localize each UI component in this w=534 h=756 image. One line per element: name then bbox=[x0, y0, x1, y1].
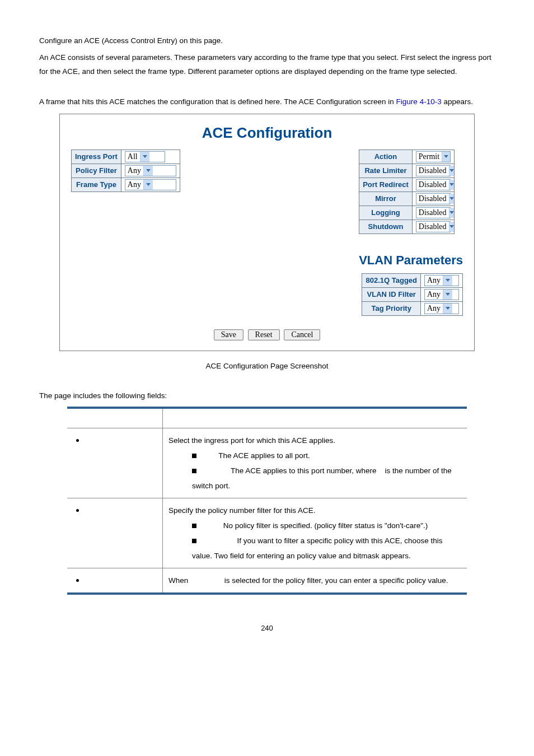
chevron-down-icon bbox=[449, 208, 454, 218]
param-label: Tag Priority bbox=[362, 301, 421, 315]
dropdown-value: Any bbox=[125, 180, 143, 190]
chevron-down-icon bbox=[449, 222, 454, 232]
square-icon bbox=[192, 454, 196, 458]
dropdown[interactable]: Any bbox=[125, 165, 176, 176]
dropdown[interactable]: Disabled bbox=[416, 165, 451, 176]
dropdown[interactable]: Disabled bbox=[416, 221, 451, 232]
dropdown-value: Any bbox=[125, 166, 143, 176]
chevron-down-icon bbox=[443, 290, 452, 300]
intro-text: An ACE consists of several parameters. T… bbox=[39, 50, 495, 79]
param-row: ShutdownDisabled bbox=[359, 220, 455, 234]
square-icon bbox=[192, 469, 196, 473]
param-row: ActionPermit bbox=[359, 150, 455, 164]
text: is selected for the policy filter, you c… bbox=[224, 576, 448, 585]
chevron-down-icon bbox=[443, 276, 452, 286]
param-row: Frame TypeAny bbox=[72, 178, 180, 192]
dropdown-value: Disabled bbox=[416, 208, 449, 218]
param-label: Mirror bbox=[359, 192, 413, 206]
param-value-cell: Disabled bbox=[412, 220, 454, 234]
ace-config-title: ACE Configuration bbox=[71, 124, 463, 142]
svg-marker-3 bbox=[444, 155, 448, 158]
dropdown-value: All bbox=[125, 152, 140, 162]
svg-marker-9 bbox=[446, 279, 450, 282]
left-params-table: Ingress PortAllPolicy FilterAnyFrame Typ… bbox=[71, 150, 180, 192]
bullet-icon bbox=[76, 439, 79, 442]
dropdown-value: Any bbox=[425, 304, 443, 314]
dropdown[interactable]: Any bbox=[424, 289, 459, 300]
chevron-down-icon bbox=[143, 180, 153, 190]
dropdown-value: Disabled bbox=[416, 194, 449, 204]
dropdown[interactable]: All bbox=[125, 151, 165, 162]
text: appears. bbox=[442, 97, 473, 106]
dropdown[interactable]: Permit bbox=[416, 151, 451, 162]
figure-link[interactable]: Figure 4-10-3 bbox=[396, 97, 442, 106]
param-value-cell: All bbox=[121, 150, 180, 164]
text: If you want to filter a specific policy … bbox=[192, 536, 442, 560]
ace-config-screenshot: ACE Configuration Ingress PortAllPolicy … bbox=[59, 114, 475, 351]
svg-marker-0 bbox=[143, 155, 147, 158]
param-label: Ingress Port bbox=[72, 150, 121, 164]
param-row: Policy FilterAny bbox=[72, 164, 180, 178]
param-row: MirrorDisabled bbox=[359, 192, 455, 206]
text: The ACE applies to all port. bbox=[218, 451, 310, 460]
dropdown[interactable]: Disabled bbox=[416, 207, 451, 218]
svg-marker-1 bbox=[146, 169, 151, 172]
param-label: Action bbox=[359, 150, 413, 164]
param-label: Port Redirect bbox=[359, 178, 413, 192]
svg-marker-8 bbox=[449, 225, 454, 228]
param-row: Port RedirectDisabled bbox=[359, 178, 455, 192]
dropdown[interactable]: Any bbox=[424, 275, 459, 286]
save-button[interactable]: Save bbox=[214, 329, 243, 340]
table-row: When "Specific" is selected for the poli… bbox=[67, 568, 467, 594]
fields-intro: The page includes the following fields: bbox=[39, 389, 495, 403]
param-label: Frame Type bbox=[72, 178, 121, 192]
svg-marker-11 bbox=[446, 307, 450, 310]
square-icon bbox=[192, 524, 196, 528]
text: When bbox=[168, 576, 190, 585]
text: The ACE applies to this port number, whe… bbox=[231, 466, 378, 475]
dropdown-value: Disabled bbox=[416, 166, 449, 176]
vlan-params-table: 802.1Q TaggedAnyVLAN ID FilterAnyTag Pri… bbox=[362, 273, 463, 316]
param-label: 802.1Q Tagged bbox=[362, 273, 421, 287]
dropdown-value: Permit bbox=[416, 152, 442, 162]
svg-marker-7 bbox=[449, 211, 454, 214]
param-row: Tag PriorityAny bbox=[362, 301, 463, 315]
param-label: Logging bbox=[359, 206, 413, 220]
dropdown[interactable]: Any bbox=[424, 303, 459, 314]
bullet-icon bbox=[76, 579, 79, 582]
table-row: Specify the policy number filter for thi… bbox=[67, 498, 467, 568]
param-label: Shutdown bbox=[359, 220, 413, 234]
chevron-down-icon bbox=[449, 194, 454, 204]
vlan-params-title: VLAN Parameters bbox=[359, 253, 463, 268]
cancel-button[interactable]: Cancel bbox=[284, 329, 320, 340]
param-label: Policy Filter bbox=[72, 164, 121, 178]
param-value-cell: Disabled bbox=[412, 206, 454, 220]
dropdown[interactable]: Disabled bbox=[416, 193, 451, 204]
svg-marker-10 bbox=[446, 293, 450, 296]
param-value-cell: Permit bbox=[412, 150, 454, 164]
param-label: VLAN ID Filter bbox=[362, 287, 421, 301]
svg-marker-6 bbox=[449, 197, 454, 200]
param-row: LoggingDisabled bbox=[359, 206, 455, 220]
square-icon bbox=[192, 539, 196, 543]
fields-table: Select the ingress port for which this A… bbox=[67, 407, 467, 595]
chevron-down-icon bbox=[442, 152, 450, 162]
text: Specify the policy number filter for thi… bbox=[168, 506, 316, 515]
text: A frame that hits this ACE matches the c… bbox=[39, 97, 396, 106]
svg-marker-5 bbox=[449, 183, 454, 186]
intro-text: A frame that hits this ACE matches the c… bbox=[39, 95, 495, 109]
chevron-down-icon bbox=[449, 166, 454, 176]
param-value-cell: Any bbox=[121, 164, 180, 178]
right-params-table: ActionPermitRate LimiterDisabledPort Red… bbox=[359, 150, 455, 234]
table-header-row bbox=[67, 408, 467, 428]
text: No policy filter is specified. (policy f… bbox=[223, 521, 428, 530]
svg-marker-4 bbox=[449, 169, 454, 172]
intro-text: Configure an ACE (Access Control Entry) … bbox=[39, 34, 495, 48]
param-row: 802.1Q TaggedAny bbox=[362, 273, 463, 287]
param-label: Rate Limiter bbox=[359, 164, 413, 178]
reset-button[interactable]: Reset bbox=[248, 329, 280, 340]
dropdown[interactable]: Disabled bbox=[416, 179, 451, 190]
chevron-down-icon bbox=[449, 180, 454, 190]
dropdown[interactable]: Any bbox=[125, 179, 176, 190]
param-row: Ingress PortAll bbox=[72, 150, 180, 164]
